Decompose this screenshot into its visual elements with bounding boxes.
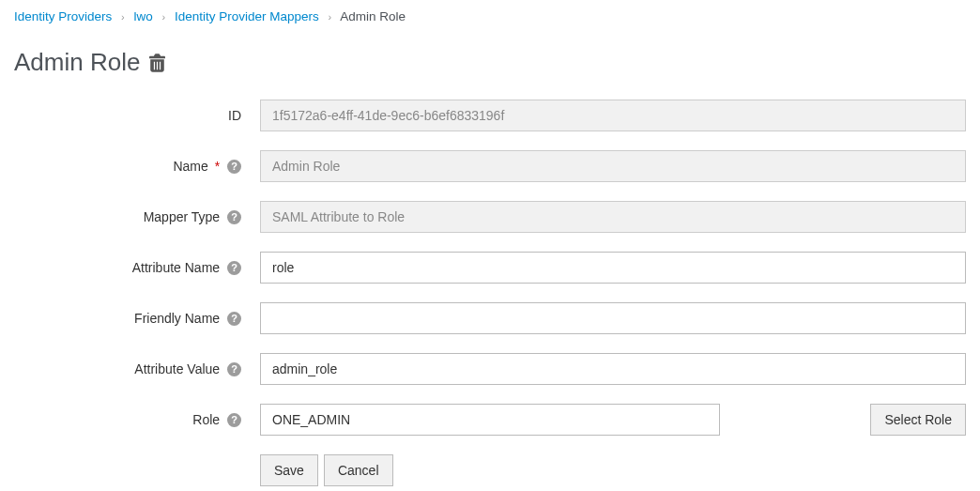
help-icon[interactable]: ? bbox=[227, 312, 241, 326]
attribute-value-input[interactable] bbox=[260, 353, 966, 385]
label-mapper-type: Mapper Type ? bbox=[14, 209, 260, 225]
id-value: 1f5172a6-e4ff-41de-9ec6-b6ef6833196f bbox=[260, 100, 966, 131]
trash-icon[interactable] bbox=[149, 54, 165, 72]
label-attribute-name-text: Attribute Name bbox=[132, 260, 220, 275]
label-role: Role ? bbox=[14, 412, 260, 428]
page-title-text: Admin Role bbox=[14, 48, 140, 77]
role-input[interactable] bbox=[260, 404, 720, 436]
label-id-text: ID bbox=[228, 108, 241, 123]
help-icon[interactable]: ? bbox=[227, 160, 241, 174]
breadcrumb-idp-mappers[interactable]: Identity Provider Mappers bbox=[175, 9, 319, 23]
required-asterisk: * bbox=[215, 159, 220, 174]
breadcrumb-identity-providers[interactable]: Identity Providers bbox=[14, 9, 112, 23]
label-friendly-name: Friendly Name ? bbox=[14, 311, 260, 327]
label-attribute-value: Attribute Value ? bbox=[14, 361, 260, 377]
chevron-right-icon: › bbox=[329, 11, 332, 23]
help-icon[interactable]: ? bbox=[227, 362, 241, 376]
breadcrumb: Identity Providers › lwo › Identity Prov… bbox=[14, 9, 966, 29]
cancel-button[interactable]: Cancel bbox=[324, 454, 393, 486]
chevron-right-icon: › bbox=[121, 11, 125, 23]
breadcrumb-current: Admin Role bbox=[340, 9, 406, 23]
label-attribute-name: Attribute Name ? bbox=[14, 260, 260, 276]
label-name-text: Name bbox=[173, 159, 207, 174]
mapper-type-value: SAML Attribute to Role bbox=[260, 201, 966, 233]
label-attribute-value-text: Attribute Value bbox=[134, 361, 220, 376]
name-value: Admin Role bbox=[260, 150, 966, 182]
help-icon[interactable]: ? bbox=[227, 413, 241, 427]
label-mapper-type-text: Mapper Type bbox=[144, 209, 220, 224]
page-title: Admin Role bbox=[14, 48, 966, 77]
label-id: ID bbox=[14, 108, 260, 123]
friendly-name-input[interactable] bbox=[260, 302, 966, 334]
save-button[interactable]: Save bbox=[260, 454, 318, 486]
label-role-text: Role bbox=[192, 412, 220, 427]
label-friendly-name-text: Friendly Name bbox=[134, 311, 220, 326]
select-role-button[interactable]: Select Role bbox=[870, 404, 966, 436]
label-name: Name * ? bbox=[14, 159, 260, 175]
help-icon[interactable]: ? bbox=[227, 210, 241, 224]
help-icon[interactable]: ? bbox=[227, 261, 241, 275]
breadcrumb-lwo[interactable]: lwo bbox=[134, 9, 153, 23]
chevron-right-icon: › bbox=[162, 11, 166, 23]
attribute-name-input[interactable] bbox=[260, 252, 966, 284]
mapper-form: ID 1f5172a6-e4ff-41de-9ec6-b6ef6833196f … bbox=[14, 100, 966, 486]
